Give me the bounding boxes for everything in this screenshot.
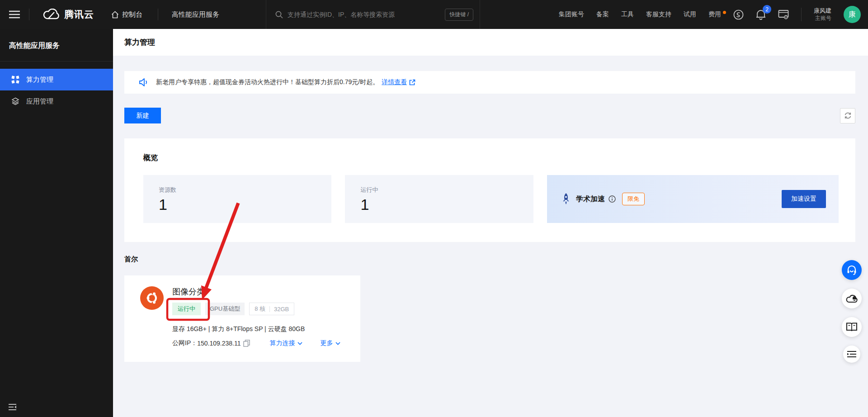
rocket-icon <box>561 193 571 205</box>
sidebar-item-label: 应用管理 <box>26 97 53 106</box>
hardware-badge: 8 核 32GB <box>249 303 294 315</box>
chevron-down-icon <box>297 342 302 345</box>
user-account-block[interactable]: 康风建 主账号 <box>814 7 831 22</box>
shortcut-key-badge: 快捷键 / <box>445 9 473 21</box>
memory-spec: 32GB <box>274 306 289 313</box>
divider <box>269 306 270 312</box>
user-name: 康风建 <box>814 7 831 15</box>
collapse-sidebar-icon[interactable] <box>9 403 18 411</box>
open-book-icon <box>846 322 858 332</box>
academic-acceleration-tile: 学术加速 限免 加速设置 <box>547 175 839 223</box>
refresh-icon <box>844 112 852 119</box>
divider <box>801 8 802 21</box>
cloud-logo-icon <box>42 9 60 20</box>
page-title: 算力管理 <box>124 37 155 47</box>
region-title: 首尔 <box>124 255 855 264</box>
free-limited-badge: 限免 <box>622 193 645 205</box>
hamburger-menu-icon[interactable] <box>0 0 29 29</box>
survey-feedback-button[interactable] <box>843 346 860 363</box>
avatar[interactable]: 康 <box>844 6 861 23</box>
menu-support[interactable]: 客服支持 <box>646 10 671 19</box>
banner-details-link[interactable]: 详情查看 <box>382 78 415 86</box>
global-search-box[interactable]: 快捷键 / <box>266 0 480 29</box>
home-icon <box>111 11 119 19</box>
stat-label: 运行中 <box>360 186 533 194</box>
billing-alert-dot <box>723 11 726 14</box>
floating-action-bar <box>842 260 862 363</box>
notification-bell-icon[interactable]: 2 <box>756 9 766 20</box>
sidebar: 高性能应用服务 算力管理 应用管理 <box>0 29 113 417</box>
stat-tile-running: 运行中 1 <box>345 175 533 223</box>
stat-value: 1 <box>360 196 533 213</box>
tencent-cloud-logo[interactable]: 腾讯云 <box>42 8 94 21</box>
info-icon[interactable] <box>609 195 616 203</box>
instance-type-badge: GPU基础型 <box>205 303 245 315</box>
survey-list-icon <box>847 351 856 358</box>
user-role: 主账号 <box>814 15 831 22</box>
ubuntu-logo-icon <box>140 286 164 310</box>
list-toolbar: 新建 <box>124 108 855 123</box>
instance-card[interactable]: 图像分类 运行中 GPU基础型 8 核 32GB 显存 16GB+ | 算力 8… <box>124 275 360 362</box>
console-nav-link[interactable]: 控制台 <box>111 10 142 19</box>
sidebar-item-application-management[interactable]: 应用管理 <box>0 90 113 112</box>
acceleration-settings-button[interactable]: 加速设置 <box>782 190 826 208</box>
voucher-icon[interactable] <box>733 9 744 20</box>
cpu-spec: 8 核 <box>255 305 265 313</box>
external-link-icon <box>409 79 415 85</box>
menu-billing[interactable]: 费用 <box>708 10 721 19</box>
overview-card: 概览 资源数 1 运行中 1 <box>124 138 855 242</box>
notification-count-badge: 2 <box>763 5 771 14</box>
chevron-down-icon <box>335 342 340 345</box>
copy-ip-icon[interactable] <box>243 340 250 347</box>
sidebar-title: 高性能应用服务 <box>0 29 113 62</box>
main-content: 算力管理 新老用户专享特惠，超值现金券活动火热进行中！基础型算力折后0.79元/… <box>113 29 868 417</box>
public-ip-value: 150.109.238.11 <box>197 340 241 347</box>
instance-name: 图像分类 <box>172 286 340 297</box>
sidebar-item-compute-management[interactable]: 算力管理 <box>0 69 113 90</box>
banner-text: 新老用户专享特惠，超值现金券活动火热进行中！基础型算力折后0.79元/时起。 <box>156 78 379 86</box>
top-bar: 腾讯云 控制台 高性能应用服务 快捷键 / 集团账号 备案 工具 客服支持 试用… <box>0 0 868 29</box>
menu-group-account[interactable]: 集团账号 <box>559 10 584 19</box>
refresh-button[interactable] <box>840 108 855 123</box>
search-input[interactable] <box>288 11 445 18</box>
layers-icon <box>11 97 19 105</box>
acceleration-label: 学术加速 <box>576 194 605 204</box>
divider <box>29 9 29 20</box>
status-badge: 运行中 <box>172 303 201 315</box>
documentation-button[interactable] <box>842 317 862 337</box>
current-product-nav[interactable]: 高性能应用服务 <box>158 9 219 20</box>
brand-name: 腾讯云 <box>64 8 94 21</box>
cloud-alert-button[interactable] <box>842 289 862 308</box>
promo-banner: 新老用户专享特惠，超值现金券活动火热进行中！基础型算力折后0.79元/时起。 详… <box>124 71 855 94</box>
headset-icon <box>846 265 857 275</box>
more-actions-dropdown[interactable]: 更多 <box>321 339 340 347</box>
public-ip-label: 公网IP： <box>172 339 197 347</box>
cloud-bell-icon <box>846 294 858 303</box>
console-settings-icon[interactable] <box>778 9 789 19</box>
page-header: 算力管理 <box>113 29 868 56</box>
announcement-speaker-icon <box>139 78 149 87</box>
customer-service-button[interactable] <box>842 260 862 280</box>
search-icon <box>275 11 283 19</box>
compute-icon <box>11 76 19 84</box>
sidebar-item-label: 算力管理 <box>26 76 53 84</box>
menu-tools[interactable]: 工具 <box>621 10 634 19</box>
instance-specs: 显存 16GB+ | 算力 8+TFlops SP | 云硬盘 80GB <box>172 325 340 333</box>
stat-value: 1 <box>159 196 331 213</box>
menu-trial[interactable]: 试用 <box>684 10 696 19</box>
stat-tile-resources: 资源数 1 <box>143 175 331 223</box>
stat-label: 资源数 <box>159 186 331 194</box>
overview-title: 概览 <box>143 153 839 163</box>
menu-icp[interactable]: 备案 <box>596 10 609 19</box>
compute-connect-dropdown[interactable]: 算力连接 <box>270 339 302 347</box>
create-button[interactable]: 新建 <box>124 108 161 123</box>
